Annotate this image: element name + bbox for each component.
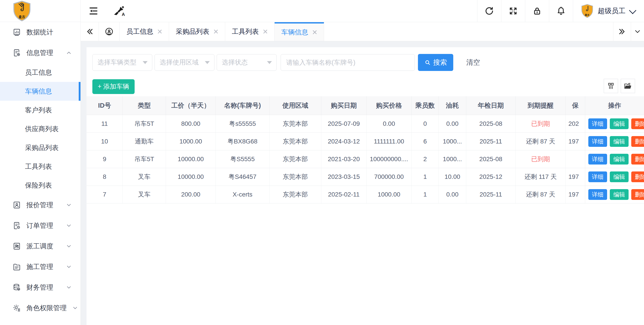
column-header: 购买价格 (366, 96, 412, 115)
edit-button[interactable]: 编辑 (610, 136, 628, 147)
edit-button[interactable]: 编辑 (610, 189, 628, 200)
close-tab-icon[interactable] (312, 30, 317, 35)
row-actions: 详细编辑删除 (585, 186, 644, 203)
back-tabs-icon[interactable] (81, 22, 99, 41)
sidebar-item-purchase-list[interactable]: 采购品列表 (0, 138, 80, 157)
column-header: 名称(车牌号) (216, 96, 270, 115)
search-button[interactable]: 搜索 (418, 54, 453, 71)
table-cell: 700000.00 (366, 168, 412, 186)
fullscreen-icon[interactable] (501, 0, 525, 22)
table-cell: 2025-02-11 (321, 186, 366, 203)
table-cell: 东莞本部 (270, 115, 321, 133)
refresh-icon[interactable] (477, 0, 501, 22)
add-vehicle-button[interactable]: + 添加车辆 (92, 79, 134, 94)
table-cell: 2 (412, 150, 439, 168)
close-tab-icon[interactable] (263, 29, 268, 34)
sidebar-item-tool-list[interactable]: 工具列表 (0, 157, 80, 176)
close-tab-icon[interactable] (157, 29, 162, 34)
table-cell: 东莞本部 (270, 186, 321, 203)
usage-area-select[interactable]: 选择使用区域 (154, 54, 214, 71)
svg-text:A: A (122, 12, 125, 17)
edit-button[interactable]: 编辑 (610, 171, 628, 182)
table-cell: 1000.00 (166, 133, 216, 150)
caret-down-icon (267, 61, 272, 64)
clear-button[interactable]: 清空 (465, 58, 482, 67)
chevron-down-icon (66, 222, 72, 229)
detail-button[interactable]: 详细 (588, 171, 607, 182)
sidebar-item-supplier-list[interactable]: 供应商列表 (0, 120, 80, 138)
tab-purchase-list[interactable]: 采购品列表 (169, 22, 225, 41)
user-menu[interactable]: 盘古 超级员工 (573, 0, 644, 22)
delete-button[interactable]: 删除 (631, 189, 644, 200)
column-header: 年检日期 (466, 96, 516, 115)
detail-button[interactable]: 详细 (588, 136, 607, 147)
table-cell: 2025-12 (466, 168, 516, 186)
tab-vehicle-info[interactable]: 车辆信息 (274, 22, 324, 41)
select-placeholder: 选择状态 (222, 58, 248, 67)
chevron-down-icon (66, 264, 72, 270)
sidebar-item-finance-manage[interactable]: 财务管理 (0, 277, 80, 298)
status-select[interactable]: 选择状态 (217, 54, 276, 71)
sidebar-item-vehicle-info[interactable]: 车辆信息 (0, 82, 80, 101)
tabs-menu-icon[interactable] (631, 22, 644, 41)
vehicle-name-input[interactable] (281, 54, 415, 71)
table-cell: X-certs (216, 186, 270, 203)
sidebar: 盘古 数据统计 信息管理 员工信息 车辆信息 客户列表 供应商列表 采购品列表 … (0, 0, 81, 325)
tab-employee-info[interactable]: 员工信息 (120, 22, 169, 41)
home-tab-icon[interactable] (99, 22, 120, 41)
forward-tabs-icon[interactable] (613, 22, 631, 41)
delete-button[interactable]: 删除 (631, 136, 644, 147)
sidebar-item-construction-manage[interactable]: 施工管理 (0, 256, 80, 277)
sidebar-item-info-manage[interactable]: 信息管理 (0, 43, 80, 63)
edit-button[interactable]: 编辑 (610, 118, 628, 129)
table-cell: 200.00 (166, 186, 216, 203)
sidebar-item-customer-list[interactable]: 客户列表 (0, 101, 80, 120)
lock-icon[interactable] (525, 0, 549, 22)
sidebar-item-label: 角色权限管理 (26, 303, 67, 313)
detail-button[interactable]: 详细 (588, 189, 607, 200)
table-cell: 粤s55555 (216, 115, 270, 133)
vehicle-type-select[interactable]: 选择车辆类型 (92, 54, 152, 71)
detail-button[interactable]: 详细 (588, 118, 607, 129)
sidebar-item-dispatch[interactable]: 派工调度 (0, 236, 80, 256)
sidebar-item-employee-info[interactable]: 员工信息 (0, 63, 80, 82)
close-tab-icon[interactable] (213, 29, 218, 34)
sidebar-item-data-stats[interactable]: 数据统计 (0, 22, 80, 43)
table-row: 9吊车5T10000.00粤S5555东莞本部2021-03-201000000… (86, 150, 644, 168)
delete-button[interactable]: 删除 (631, 171, 644, 182)
table-cell: 2025-11 (466, 133, 516, 150)
column-header: 类型 (123, 96, 166, 115)
edit-button[interactable]: 编辑 (610, 154, 628, 165)
collapse-menu-icon[interactable] (88, 6, 98, 16)
table-cell: 11 (86, 115, 123, 133)
table-cell: 100000000.... (366, 150, 412, 168)
table-cell: 6 (412, 133, 439, 150)
user-name: 超级员工 (598, 6, 626, 16)
op-column-header: 操作 (585, 96, 644, 115)
sidebar-item-insurance-list[interactable]: 保险列表 (0, 176, 80, 195)
tab-tool-list[interactable]: 工具列表 (225, 22, 274, 41)
column-header: 到期提醒 (516, 96, 566, 115)
sidebar-item-quote-manage[interactable]: 报价管理 (0, 195, 80, 215)
topbar: A 盘古 超级员工 (81, 0, 644, 22)
sidebar-item-order-manage[interactable]: 订单管理 (0, 215, 80, 236)
delete-button[interactable]: 删除 (631, 154, 644, 165)
column-settings-icon[interactable] (604, 79, 618, 93)
table-cell: 叉车 (123, 186, 166, 203)
delete-button[interactable]: 删除 (631, 118, 644, 129)
chevron-down-icon (66, 202, 72, 208)
column-header: 油耗 (439, 96, 466, 115)
table-cell: 10000.00 (166, 150, 216, 168)
clear-cache-icon[interactable]: A (113, 5, 125, 17)
table-cell: 10.00 (439, 168, 466, 186)
sidebar-item-role-permission[interactable]: 角色权限管理 (0, 298, 80, 318)
detail-button[interactable]: 详细 (588, 154, 607, 165)
column-header: 工价（半天） (166, 96, 216, 115)
select-placeholder: 选择车辆类型 (98, 58, 136, 67)
notification-icon[interactable] (549, 0, 573, 22)
table-cell: 10 (86, 133, 123, 150)
table-cell: 1111111.00 (366, 133, 412, 150)
table-cell: 2025-08 (466, 150, 516, 168)
table-cell: 0.00 (439, 115, 466, 133)
export-icon[interactable] (621, 79, 635, 93)
